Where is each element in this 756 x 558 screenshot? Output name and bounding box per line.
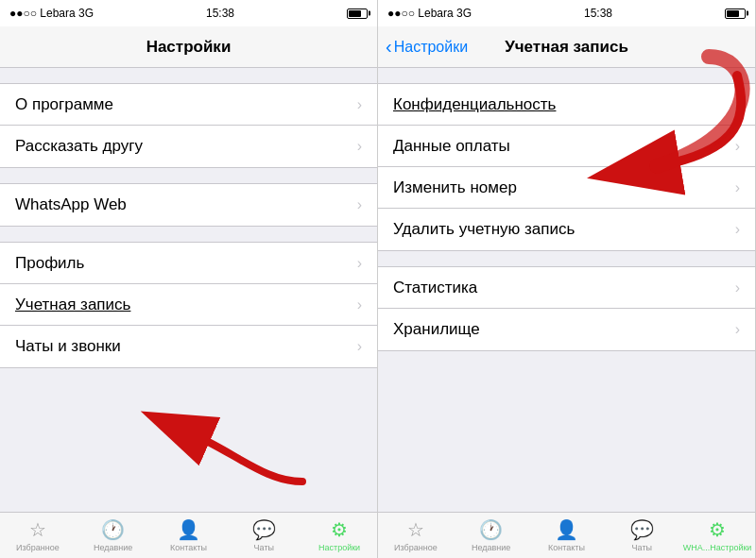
tell-friend-chevron: › (357, 138, 362, 155)
profile-label: Профиль (15, 254, 84, 273)
time-right: 15:38 (584, 7, 612, 20)
nav-back-label-right: Настройки (394, 39, 468, 56)
battery-icon-right (725, 8, 746, 19)
payment-label: Данные оплаты (393, 137, 510, 156)
recents-icon-left: 🕐 (101, 518, 125, 541)
section-1-right: Конфиденциальность › Данные оплаты › Изм… (378, 83, 755, 251)
change-number-item[interactable]: Изменить номер › (378, 167, 755, 209)
section-1-left: О программе › Рассказать другу › (0, 83, 377, 168)
profile-chevron: › (357, 255, 362, 272)
chats-calls-label: Чаты и звонки (15, 337, 121, 356)
account-item[interactable]: Учетная запись › (0, 284, 377, 326)
tab-contacts-left[interactable]: 👤 Контакты (151, 518, 227, 552)
statistics-chevron: › (735, 279, 740, 296)
chats-label-right: Чаты (632, 543, 652, 552)
about-item[interactable]: О программе › (0, 84, 377, 126)
contacts-icon-left: 👤 (177, 518, 200, 541)
whatsapp-web-chevron: › (357, 196, 362, 213)
tab-chats-left[interactable]: 💬 Чаты (226, 518, 301, 552)
recents-label-right: Недавние (472, 543, 510, 552)
section-3-left: Профиль › Учетная запись › Чаты и звонки… (0, 242, 377, 368)
battery-area-left (347, 8, 368, 19)
status-bar-right: ●●○○ Lebara 3G 15:38 (378, 0, 755, 26)
nav-title-left: Настройки (146, 38, 232, 57)
tab-contacts-right[interactable]: 👤 Контакты (529, 518, 605, 552)
change-number-chevron: › (735, 179, 740, 196)
list-group-1-left: О программе › Рассказать другу › (0, 83, 377, 168)
whatsapp-web-item[interactable]: WhatsApp Web › (0, 184, 377, 226)
scroll-content-right: Конфиденциальность › Данные оплаты › Изм… (378, 68, 755, 512)
privacy-chevron: › (735, 96, 740, 113)
tab-bar-right: ☆ Избранное 🕐 Недавние 👤 Контакты 💬 Чаты… (378, 512, 755, 558)
tab-settings-right[interactable]: ⚙ WHA...Настройки (679, 518, 755, 552)
nav-bar-right: ‹ Настройки Учетная запись (378, 26, 755, 68)
scroll-content-left: О программе › Рассказать другу › WhatsAp… (0, 68, 377, 512)
change-number-label: Изменить номер (393, 178, 517, 197)
contacts-label-right: Контакты (548, 543, 585, 552)
settings-icon-right: ⚙ (709, 518, 726, 541)
account-chevron: › (357, 296, 362, 313)
list-group-3-left: Профиль › Учетная запись › Чаты и звонки… (0, 242, 377, 368)
carrier-left: ●●○○ Lebara 3G (9, 7, 94, 20)
tell-friend-label: Рассказать другу (15, 137, 143, 156)
delete-account-chevron: › (735, 221, 740, 238)
list-group-1-right: Конфиденциальность › Данные оплаты › Изм… (378, 83, 755, 251)
favorites-icon-left: ☆ (29, 518, 46, 541)
chats-label-left: Чаты (254, 543, 274, 552)
time-left: 15:38 (206, 7, 234, 20)
about-label: О программе (15, 95, 113, 114)
right-panel: ●●○○ Lebara 3G 15:38 ‹ Настройки Учетная… (378, 0, 756, 558)
chats-calls-item[interactable]: Чаты и звонки › (0, 326, 377, 367)
storage-item[interactable]: Хранилище › (378, 309, 755, 350)
privacy-label: Конфиденциальность (393, 95, 556, 114)
tab-favorites-left[interactable]: ☆ Избранное (0, 518, 76, 552)
list-group-2-right: Статистика › Хранилище › (378, 266, 755, 351)
statistics-label: Статистика (393, 279, 477, 297)
favorites-icon-right: ☆ (407, 518, 424, 541)
back-arrow-icon-right: ‹ (386, 36, 392, 58)
payment-item[interactable]: Данные оплаты › (378, 126, 755, 167)
section-2-right: Статистика › Хранилище › (378, 266, 755, 351)
settings-icon-left: ⚙ (331, 518, 348, 541)
statistics-item[interactable]: Статистика › (378, 267, 755, 309)
delete-account-item[interactable]: Удалить учетную запись › (378, 209, 755, 250)
tab-chats-right[interactable]: 💬 Чаты (604, 518, 679, 552)
account-label: Учетная запись (15, 296, 130, 314)
left-panel: ●●○○ Lebara 3G 15:38 Настройки О програм… (0, 0, 378, 558)
storage-label: Хранилище (393, 320, 480, 339)
delete-account-label: Удалить учетную запись (393, 220, 575, 239)
recents-label-left: Недавние (94, 543, 132, 552)
favorites-label-right: Избранное (394, 543, 438, 552)
favorites-label-left: Избранное (16, 543, 60, 552)
nav-title-right: Учетная запись (505, 38, 628, 57)
tab-favorites-right[interactable]: ☆ Избранное (378, 518, 454, 552)
battery-area-right (725, 8, 746, 19)
storage-chevron: › (735, 321, 740, 338)
nav-bar-left: Настройки (0, 26, 377, 68)
whatsapp-web-label: WhatsApp Web (15, 195, 127, 214)
whatsapp-settings-label: WHA...Настройки (683, 543, 752, 552)
section-2-left: WhatsApp Web › (0, 183, 377, 227)
status-bar-left: ●●○○ Lebara 3G 15:38 (0, 0, 377, 26)
contacts-icon-right: 👤 (555, 518, 578, 541)
about-chevron: › (357, 96, 362, 113)
tab-settings-left[interactable]: ⚙ Настройки (301, 518, 377, 552)
chats-calls-chevron: › (357, 338, 362, 355)
tab-recents-left[interactable]: 🕐 Недавние (76, 518, 151, 552)
profile-item[interactable]: Профиль › (0, 243, 377, 284)
battery-icon-left (347, 8, 368, 19)
recents-icon-right: 🕐 (479, 518, 503, 541)
list-group-2-left: WhatsApp Web › (0, 183, 377, 227)
tab-recents-right[interactable]: 🕐 Недавние (454, 518, 529, 552)
carrier-right: ●●○○ Lebara 3G (387, 7, 472, 20)
tell-friend-item[interactable]: Рассказать другу › (0, 126, 377, 167)
nav-back-right[interactable]: ‹ Настройки (386, 36, 468, 58)
settings-label-left: Настройки (318, 543, 360, 552)
tab-bar-left: ☆ Избранное 🕐 Недавние 👤 Контакты 💬 Чаты… (0, 512, 377, 558)
chats-icon-left: 💬 (252, 518, 276, 541)
privacy-item[interactable]: Конфиденциальность › (378, 84, 755, 126)
payment-chevron: › (735, 138, 740, 155)
chats-icon-right: 💬 (630, 518, 654, 541)
contacts-label-left: Контакты (170, 543, 207, 552)
